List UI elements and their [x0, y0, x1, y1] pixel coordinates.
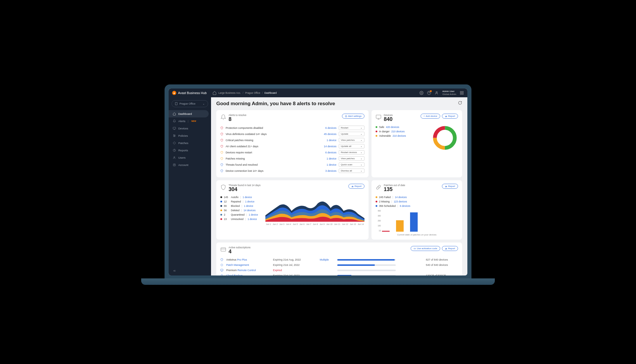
shield-status-icon	[220, 163, 223, 166]
nav-policies[interactable]: Policies	[169, 132, 211, 139]
monitor-large-icon	[376, 114, 381, 120]
alert-device-link[interactable]: 3 devices	[320, 169, 336, 172]
svg-rect-38	[376, 185, 381, 190]
sub-multiple-link[interactable]: Multiple	[320, 258, 334, 261]
patches-report-button[interactable]: Report	[442, 184, 458, 189]
brand-name: Avast Business Hub	[178, 91, 207, 95]
patch-link[interactable]: 14 devices	[395, 196, 407, 199]
alert-action-select[interactable]: View patches⌄	[339, 138, 364, 142]
refresh-icon[interactable]	[458, 101, 462, 105]
threat-link[interactable]: 14 devices	[244, 209, 256, 212]
patches-card: Patches out of date 135 Report 245 Faile…	[371, 180, 462, 240]
sidebar: Prague Office ⌄ Dashboard Alerts|NEW Dev…	[169, 97, 211, 275]
alert-device-link[interactable]: 6 devices	[320, 126, 336, 129]
svg-rect-10	[173, 127, 176, 129]
shield-status-icon	[220, 126, 223, 129]
svg-point-20	[174, 157, 175, 158]
crumb-3: Dashboard	[265, 91, 277, 94]
nav-users[interactable]: Users	[169, 154, 211, 161]
chevron-down-icon: ⌄	[360, 139, 362, 141]
sub-name-link[interactable]: Antivirus Pro Plus	[226, 258, 270, 261]
alert-settings-button[interactable]: Alert settings	[342, 114, 364, 119]
location-name: Prague Office	[179, 102, 196, 105]
alert-text: Protection components disabled	[226, 126, 318, 129]
user-info[interactable]: Admin User Global Admin	[442, 90, 456, 96]
threat-link[interactable]: 1 device	[248, 218, 257, 221]
nav-account[interactable]: Account	[169, 161, 211, 169]
apps-icon[interactable]	[460, 91, 464, 95]
sub-type-icon	[220, 274, 223, 275]
device-stat-link[interactable]: 210 devices	[393, 134, 406, 137]
home-icon[interactable]	[212, 91, 217, 95]
subs-report-button[interactable]: Report	[442, 246, 458, 251]
alert-action-select[interactable]: Quick scan⌄	[339, 162, 364, 167]
nav-patches[interactable]: Patches	[169, 139, 211, 147]
device-stat-link[interactable]: 420 devices	[386, 126, 399, 129]
alert-action-select[interactable]: Update⌄	[339, 132, 364, 136]
help-icon-wrap[interactable]	[427, 91, 431, 95]
crumb-1[interactable]: Large Business Acc.	[218, 91, 241, 94]
alert-action-select[interactable]: Dismiss all⌄	[339, 169, 364, 173]
threat-link[interactable]: 1 device	[249, 213, 258, 216]
bar-chart-icon	[445, 247, 447, 250]
svg-rect-29	[445, 116, 445, 117]
nav-alerts[interactable]: Alerts|NEW	[169, 117, 211, 125]
devices-report-button[interactable]: Report	[442, 114, 458, 119]
chevron-down-icon: ⌄	[360, 145, 362, 148]
sub-name-link[interactable]: Patch Management	[226, 264, 270, 266]
alert-device-link[interactable]: 45 devices	[320, 133, 336, 136]
threat-link[interactable]: 1 device	[244, 204, 253, 207]
shield-status-icon	[220, 145, 223, 148]
sub-name-link[interactable]: Cloud Backup	[226, 274, 270, 275]
nav-devices[interactable]: Devices	[169, 125, 211, 132]
svg-rect-36	[352, 186, 352, 187]
alert-action-select[interactable]: Restart⌄	[339, 126, 364, 130]
alert-device-link[interactable]: 1 device	[320, 163, 336, 166]
sub-name-link[interactable]: Premium Remote Control	[226, 269, 270, 272]
svg-rect-18	[173, 142, 176, 144]
add-device-button[interactable]: +Add device	[421, 114, 440, 119]
status-dot-icon	[220, 218, 222, 220]
alert-action-select[interactable]: Restart devices⌄	[339, 150, 364, 155]
threat-count: 145	[224, 196, 229, 199]
patch-link[interactable]: 123 devices	[394, 200, 407, 203]
threat-label: Deleted	[231, 209, 239, 212]
alert-action-select[interactable]: Update all⌄	[339, 144, 364, 148]
location-selector[interactable]: Prague Office ⌄	[172, 100, 208, 107]
user-icon[interactable]	[435, 91, 439, 95]
svg-rect-48	[414, 248, 416, 249]
alert-device-link[interactable]: 14 devices	[320, 145, 336, 148]
activation-code-button[interactable]: Use activation code	[411, 246, 440, 251]
svg-rect-35	[352, 186, 352, 187]
patches-bar-chart: 40030020010010	[376, 210, 458, 232]
sidebar-collapse[interactable]	[169, 266, 211, 275]
card-icon	[220, 247, 226, 252]
nav: Dashboard Alerts|NEW Devices Policies Pa…	[169, 110, 211, 266]
svg-rect-45	[446, 186, 447, 187]
nav-dashboard[interactable]: Dashboard	[169, 110, 209, 117]
device-stat-link[interactable]: 210 devices	[391, 130, 405, 133]
patch-link[interactable]: 6 devices	[400, 204, 410, 207]
alert-action-select[interactable]: View patches⌄	[339, 156, 364, 161]
chart-icon	[173, 149, 176, 152]
gear-icon[interactable]	[419, 91, 424, 95]
patch-icon	[173, 141, 176, 145]
x-tick: Jun 14	[358, 223, 364, 225]
subscription-row: Antivirus Pro Plus Expiring 21st Aug, 20…	[220, 257, 458, 262]
threats-report-button[interactable]: Report	[348, 184, 364, 189]
crumb-2[interactable]: Prague Office	[245, 91, 260, 94]
alert-device-link[interactable]: 1 device	[320, 139, 336, 142]
sub-type-icon	[220, 269, 223, 272]
sub-usage: 827 of 840 devices	[426, 258, 458, 261]
alert-device-link[interactable]: 1 device	[320, 157, 336, 160]
status-dot-icon	[376, 196, 377, 198]
nav-reports[interactable]: Reports	[169, 147, 211, 154]
topbar-right: Admin User Global Admin	[419, 90, 464, 96]
device-stat-row: In danger 210 devices	[376, 129, 428, 134]
svg-rect-37	[353, 186, 353, 187]
svg-point-42	[378, 188, 378, 188]
threat-link[interactable]: 1 device	[243, 196, 252, 199]
threat-count: 2	[224, 213, 229, 216]
threat-link[interactable]: 1 device	[245, 200, 255, 203]
alert-device-link[interactable]: 6 devices	[320, 151, 336, 154]
